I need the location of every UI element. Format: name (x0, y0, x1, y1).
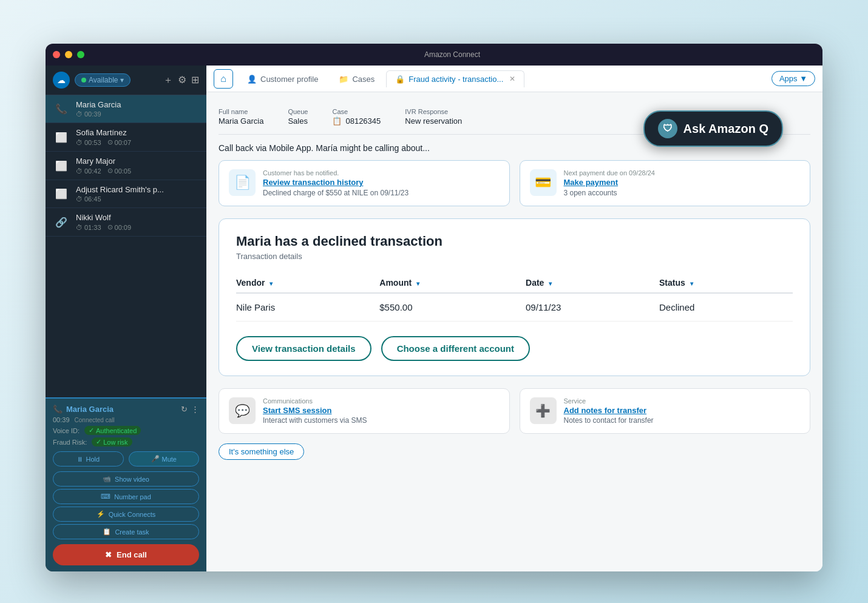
show-video-button[interactable]: 📹 Show video (53, 471, 199, 487)
ask-amazon-q-button[interactable]: 🛡 Ask Amazon Q (643, 110, 783, 147)
apps-button[interactable]: Apps ▼ (771, 71, 815, 86)
queue-field: Queue Sales (288, 108, 308, 126)
ivr-label: IVR Response (405, 108, 462, 115)
number-pad-button[interactable]: ⌨ Number pad (53, 489, 199, 504)
sort-icon: ▾ (416, 280, 419, 287)
chevron-down-icon: ▾ (120, 76, 124, 84)
card-title[interactable]: Start SMS session (263, 406, 367, 415)
call-timer: 00:39 (53, 416, 70, 423)
queue-label: Queue (288, 108, 308, 115)
suggestion-notification: Next payment due on 09/28/24 (564, 169, 655, 177)
auth-status-badge: ✓ Authenticated (84, 426, 141, 435)
keypad-icon: ⌨ (101, 493, 110, 500)
sort-icon: ▾ (549, 280, 552, 287)
ivr-value: New reservation (405, 116, 462, 126)
suggestion-card-payment[interactable]: 💳 Next payment due on 09/28/24 Make paym… (520, 160, 811, 206)
contact-time1: ⏱ 00:42 (76, 167, 101, 175)
card-category: Communications (263, 397, 367, 405)
contact-time2: ⊙ 00:05 (107, 167, 132, 175)
refresh-icon[interactable]: ↻ (181, 405, 188, 414)
contact-meta: ⏱ 00:42 ⊙ 00:05 (76, 167, 199, 175)
end-call-button[interactable]: ✖ End call (53, 544, 199, 565)
contact-info: Mary Major ⏱ 00:42 ⊙ 00:05 (76, 157, 199, 175)
tab-bar-right: Apps ▼ (771, 71, 815, 86)
contact-name: Adjust Ricard Smith's p... (76, 185, 199, 194)
transaction-card: Maria has a declined transaction Transac… (219, 218, 810, 376)
contact-time1: ⏱ 06:45 (76, 195, 101, 203)
bottom-card-content: Communications Start SMS session Interac… (263, 397, 367, 425)
suggestion-description: Declined charge of $550 at NILE on 09/11… (263, 189, 409, 197)
card-description: Notes to contact for transfer (564, 416, 654, 425)
settings-icon[interactable]: ⚙ (178, 74, 186, 87)
contact-meta: ⏱ 00:53 ⊙ 00:07 (76, 138, 199, 146)
mute-button[interactable]: 🎤 Mute (129, 451, 200, 467)
contact-time1: ⏱ 00:53 (76, 138, 101, 146)
create-task-button[interactable]: 📋 Create task (53, 524, 199, 539)
tab-close-button[interactable]: ✕ (509, 75, 515, 83)
content-area: Full name Maria Garcia Queue Sales Case … (206, 92, 822, 571)
sidebar-header: ☁ Available ▾ ＋ ⚙ ⊞ (46, 66, 206, 95)
card-title[interactable]: Add notes for transfer (564, 406, 654, 415)
view-transaction-details-button[interactable]: View transaction details (236, 336, 371, 361)
flash-icon: ⚡ (97, 510, 105, 518)
fraud-risk-row: Fraud Risk: ✓ Low risk (53, 437, 199, 446)
contact-time: ⏱ 00:39 (76, 110, 101, 118)
status-label: Available (89, 76, 118, 84)
contact-info: Maria Garcia ⏱ 00:39 (76, 100, 199, 118)
sms-icon: 💬 (229, 397, 256, 424)
suggestion-cards: 📄 Customer has be notified. Review trans… (219, 160, 810, 206)
contact-item[interactable]: 📞 Maria Garcia ⏱ 00:39 (46, 95, 206, 123)
sort-icon: ▾ (270, 280, 273, 287)
transaction-table: Vendor ▾ Amount ▾ Date ▾ (236, 273, 793, 322)
status-badge[interactable]: Available ▾ (75, 73, 131, 87)
sidebar: ☁ Available ▾ ＋ ⚙ ⊞ 📞 (46, 66, 206, 571)
amount-column-header[interactable]: Amount ▾ (379, 273, 526, 293)
contact-item[interactable]: ⬜ Mary Major ⏱ 00:42 ⊙ 00:05 (46, 152, 206, 180)
case-value: 📋 08126345 (332, 116, 381, 126)
cases-tab[interactable]: 📁 Cases (330, 70, 384, 87)
notes-transfer-card[interactable]: ➕ Service Add notes for transfer Notes t… (520, 388, 811, 434)
contact-item[interactable]: ⬜ Adjust Ricard Smith's p... ⏱ 06:45 (46, 180, 206, 208)
home-tab-button[interactable]: ⌂ (214, 69, 233, 89)
card-description: Interact with customers via SMS (263, 416, 367, 425)
contact-name: Sofia Martínez (76, 128, 199, 137)
case-label: Case (332, 108, 381, 115)
transaction-title: Maria has a declined transaction (236, 234, 793, 249)
grid-icon[interactable]: ⊞ (191, 74, 199, 87)
transaction-icon: 📄 (229, 169, 256, 196)
minimize-window-button[interactable] (65, 51, 72, 58)
video-icon: 📹 (103, 475, 111, 483)
something-else-button[interactable]: It's something else (219, 443, 304, 460)
customer-profile-tab[interactable]: 👤 Customer profile (238, 70, 327, 87)
maximize-window-button[interactable] (77, 51, 84, 58)
bottom-card-content: Service Add notes for transfer Notes to … (564, 397, 654, 425)
contact-item[interactable]: 🔗 Nikki Wolf ⏱ 01:33 ⊙ 00:09 (46, 208, 206, 237)
phone-icon: 📞 (53, 101, 70, 118)
fraud-activity-tab[interactable]: 🔒 Fraud activity - transactio... ✕ (386, 70, 524, 87)
end-call-icon: ✖ (105, 550, 112, 559)
hold-button[interactable]: ⏸ Hold (53, 451, 124, 467)
add-icon[interactable]: ＋ (163, 74, 173, 87)
contact-item[interactable]: ⬜ Sofia Martínez ⏱ 00:53 ⊙ 00:07 (46, 123, 206, 152)
status-indicator (81, 78, 86, 83)
choose-different-account-button[interactable]: Choose a different account (381, 336, 530, 361)
suggestion-title[interactable]: Make payment (564, 178, 655, 187)
more-icon[interactable]: ⋮ (191, 405, 199, 414)
fraud-risk-label: Fraud Risk: (53, 439, 87, 446)
q-icon: 🛡 (658, 119, 677, 138)
transaction-subtitle: Transaction details (236, 252, 793, 261)
suggestion-card-transaction[interactable]: 📄 Customer has be notified. Review trans… (219, 160, 510, 206)
close-window-button[interactable] (53, 51, 60, 58)
check-icon: ✓ (96, 438, 101, 446)
quick-connects-button[interactable]: ⚡ Quick Connects (53, 507, 199, 522)
contact-meta: ⏱ 06:45 (76, 195, 199, 203)
logo-icon: ☁ (57, 75, 66, 85)
status-column-header[interactable]: Status ▾ (659, 273, 793, 293)
sms-session-card[interactable]: 💬 Communications Start SMS session Inter… (219, 388, 510, 434)
vendor-column-header[interactable]: Vendor ▾ (236, 273, 379, 293)
vendor-cell: Nile Paris (236, 293, 379, 322)
contact-name: Maria Garcia (76, 100, 199, 109)
date-column-header[interactable]: Date ▾ (526, 273, 659, 293)
connected-label: Connected call (75, 417, 115, 423)
suggestion-title[interactable]: Review transaction history (263, 178, 409, 187)
